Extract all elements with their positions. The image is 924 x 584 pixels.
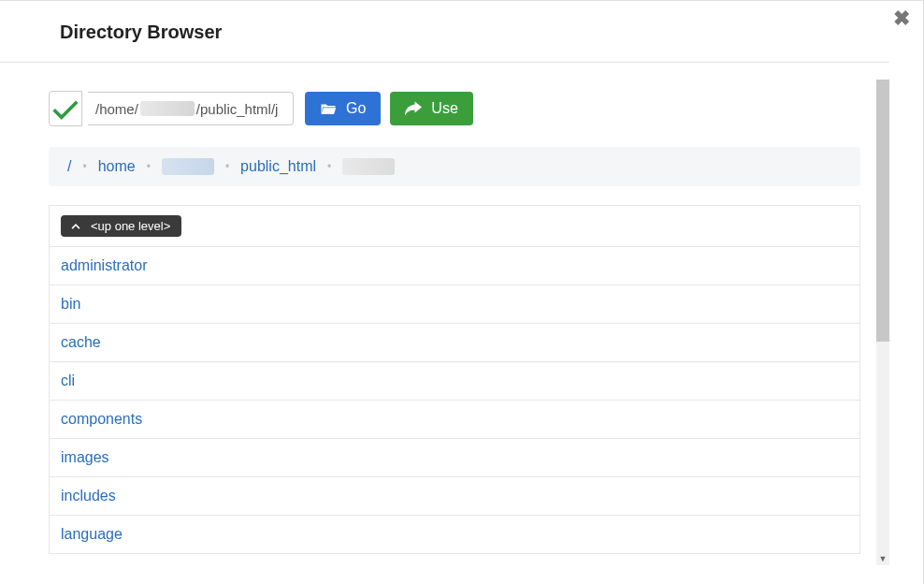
directory-browser-modal: ✖ Directory Browser /home/ /public_html/…	[0, 0, 924, 584]
breadcrumb-separator: •	[327, 160, 331, 173]
breadcrumb-separator: •	[147, 160, 151, 173]
directory-link[interactable]: cache	[61, 334, 101, 350]
path-text-prefix: /home/	[95, 101, 138, 117]
path-input[interactable]: /home/ /public_html/j	[88, 92, 294, 125]
breadcrumb: / • home • • public_html •	[49, 147, 860, 186]
list-row-up: <up one level>	[50, 206, 859, 247]
chevron-up-icon	[70, 221, 81, 232]
use-button-label: Use	[431, 100, 457, 117]
breadcrumb-root[interactable]: /	[67, 158, 71, 175]
modal-header: Directory Browser	[0, 1, 923, 52]
path-text-suffix: /public_html/j	[196, 101, 279, 117]
directory-link[interactable]: bin	[61, 296, 80, 312]
modal-body: /home/ /public_html/j Go Use / • home • …	[0, 80, 889, 565]
scrollbar-track[interactable]: ▲ ▼	[876, 80, 889, 565]
directory-link[interactable]: administrator	[61, 257, 147, 273]
breadcrumb-separator: •	[225, 160, 229, 173]
go-button[interactable]: Go	[305, 92, 381, 125]
path-valid-check-icon	[49, 91, 82, 126]
path-toolbar: /home/ /public_html/j Go Use	[49, 91, 889, 126]
folder-open-icon	[320, 101, 337, 116]
list-row: includes	[50, 477, 859, 516]
path-redacted-user	[140, 101, 195, 116]
list-row: language	[50, 516, 859, 554]
list-row: bin	[50, 285, 859, 324]
close-icon[interactable]: ✖	[893, 8, 910, 29]
directory-link[interactable]: language	[61, 526, 123, 542]
directory-link[interactable]: components	[61, 411, 142, 427]
breadcrumb-home[interactable]: home	[98, 158, 136, 175]
scroll-down-arrow-icon[interactable]: ▼	[876, 552, 889, 565]
directory-link[interactable]: includes	[61, 488, 116, 504]
up-one-level-label: <up one level>	[91, 219, 170, 233]
directory-link[interactable]: images	[61, 449, 109, 465]
go-button-label: Go	[346, 100, 366, 117]
use-button[interactable]: Use	[390, 92, 472, 125]
list-row: cache	[50, 324, 859, 362]
directory-link[interactable]: cli	[61, 372, 75, 388]
modal-title: Directory Browser	[60, 22, 901, 43]
up-one-level-button[interactable]: <up one level>	[61, 215, 181, 237]
breadcrumb-redacted-user[interactable]	[162, 158, 214, 175]
directory-list: <up one level> administratorbincacheclic…	[49, 205, 860, 554]
breadcrumb-separator: •	[82, 160, 86, 173]
list-row: images	[50, 439, 859, 477]
list-row: administrator	[50, 247, 859, 285]
breadcrumb-redacted-current	[342, 158, 395, 175]
divider	[0, 62, 889, 63]
breadcrumb-public-html[interactable]: public_html	[240, 158, 316, 175]
share-arrow-icon	[405, 101, 422, 116]
list-row: components	[50, 401, 859, 439]
scrollbar-thumb[interactable]	[876, 80, 889, 342]
list-row: cli	[50, 362, 859, 401]
